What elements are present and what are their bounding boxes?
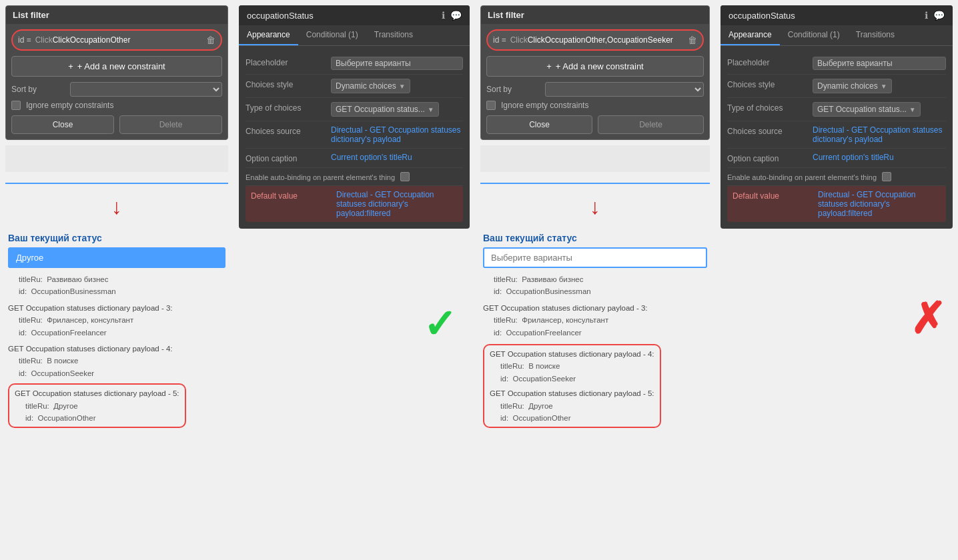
- field-value-choices-style-1[interactable]: Dynamic choices ▼: [331, 79, 410, 93]
- occ-title-1: occupationStatus: [247, 11, 314, 21]
- field-key-choices-source-2: Choices source: [727, 125, 807, 136]
- arrow-down-2: ↓: [480, 195, 710, 219]
- constraint-row-2: id = ClickClickOccupationOther,Occupatio…: [486, 29, 704, 51]
- constraint-delete-1[interactable]: 🗑: [206, 35, 215, 45]
- info-icon-1[interactable]: ℹ: [442, 10, 445, 21]
- oval-entry-2: GET Occupation statuses dictionary paylo…: [483, 344, 661, 428]
- default-value-row-2: Default value Directual - GET Occupation…: [727, 186, 946, 222]
- field-value-placeholder-2: Выберите варианты: [813, 57, 946, 70]
- close-btn-1[interactable]: Close: [11, 115, 114, 134]
- field-value-placeholder-1: Выберите варианты: [331, 57, 463, 70]
- tab-transitions-2[interactable]: Transitions: [848, 25, 903, 45]
- info-icon-2[interactable]: ℹ: [925, 10, 928, 21]
- list-filter-title-2: List filter: [481, 6, 709, 24]
- field-value-default-value-2[interactable]: Directual - GET Occupation statuses dict…: [818, 190, 941, 218]
- tabs-2: Appearance Conditional (1) Transitions: [721, 25, 953, 46]
- divider-2: [480, 183, 710, 184]
- field-value-option-caption-1[interactable]: Current option's titleRu: [331, 153, 463, 162]
- constraint-value-2: ClickClickOccupationOther,OccupationSeek…: [510, 35, 673, 45]
- occ-header-icons-2: ℹ 💬: [925, 10, 945, 21]
- tab-conditional-1[interactable]: Conditional (1): [298, 25, 366, 45]
- field-key-option-caption-1: Option caption: [246, 153, 326, 163]
- tab-conditional-2[interactable]: Conditional (1): [780, 25, 848, 45]
- auto-bind-checkbox-1[interactable]: [400, 172, 410, 181]
- field-value-option-caption-2[interactable]: Current option's titleRu: [813, 153, 946, 162]
- ignore-checkbox-2[interactable]: [486, 101, 496, 110]
- tabs-1: Appearance Conditional (1) Transitions: [239, 25, 470, 46]
- divider-1: [5, 183, 228, 184]
- ignore-label-1: Ignore empty constraints: [26, 101, 113, 110]
- occ-panel-1: occupationStatus ℹ 💬 Appearance Conditio…: [239, 5, 470, 229]
- comment-icon-2[interactable]: 💬: [933, 10, 945, 21]
- list-item: titleRu: Развиваю бизнес id: OccupationB…: [8, 273, 225, 298]
- field-key-option-caption-2: Option caption: [727, 153, 807, 163]
- delete-btn-2[interactable]: Delete: [598, 115, 704, 134]
- sort-by-select-1[interactable]: [70, 82, 222, 97]
- field-key-choices-style-1: Choices style: [246, 79, 326, 89]
- field-value-choices-style-2[interactable]: Dynamic choices ▼: [813, 79, 892, 93]
- field-key-default-value-2: Default value: [733, 190, 813, 201]
- caret-icon-4: ▼: [909, 106, 916, 113]
- list-filter-title-1: List filter: [6, 6, 227, 24]
- list-item: GET Occupation statuses dictionary paylo…: [8, 343, 225, 379]
- constraint-label-2: id =: [493, 35, 506, 45]
- field-value-choices-source-2[interactable]: Directual - GET Occupation statuses dict…: [813, 125, 946, 144]
- field-key-auto-bind-1: Enable auto-binding on parent element's …: [246, 172, 395, 181]
- field-value-type-choices-2[interactable]: GET Occupation status... ▼: [813, 102, 921, 117]
- constraint-value-1: ClickClickOccupationOther: [35, 35, 131, 45]
- cross-icon: ✗: [721, 294, 953, 343]
- oval-entry-1: GET Occupation statuses dictionary paylo…: [8, 383, 186, 428]
- checkmark-icon: ✓: [239, 301, 470, 347]
- ignore-checkbox-1[interactable]: [11, 101, 21, 110]
- grid-area-1: [5, 145, 228, 172]
- tab-appearance-2[interactable]: Appearance: [721, 25, 780, 45]
- delete-btn-1[interactable]: Delete: [119, 115, 222, 134]
- caret-icon-1: ▼: [399, 83, 406, 90]
- field-value-type-choices-1[interactable]: GET Occupation status... ▼: [331, 102, 439, 117]
- list-item: GET Occupation statuses dictionary paylo…: [8, 302, 225, 339]
- comment-icon-1[interactable]: 💬: [450, 10, 462, 21]
- arrow-down-1: ↓: [5, 195, 228, 219]
- plus-icon-2: +: [546, 61, 552, 71]
- sort-by-label-2: Sort by: [486, 85, 540, 94]
- bottom-section-2: Ваш текущий статус titleRu: Развиваю биз…: [480, 227, 710, 433]
- list-filter-panel-2: List filter id = ClickClickOccupationOth…: [480, 5, 710, 140]
- grid-area-2: [480, 145, 710, 172]
- data-list-2: titleRu: Развиваю бизнес id: OccupationB…: [483, 273, 707, 428]
- constraint-row-1: id = ClickClickOccupationOther 🗑: [11, 29, 222, 51]
- add-constraint-btn-1[interactable]: + + Add a new constraint: [11, 56, 222, 77]
- list-filter-panel-1: List filter id = ClickClickOccupationOth…: [5, 5, 228, 140]
- constraint-label-1: id =: [18, 35, 31, 45]
- bottom-section-1: Ваш текущий статус Другое titleRu: Разви…: [5, 227, 228, 433]
- add-constraint-btn-2[interactable]: + + Add a new constraint: [486, 56, 704, 77]
- auto-bind-checkbox-2[interactable]: [882, 172, 891, 181]
- sort-by-label-1: Sort by: [11, 85, 65, 94]
- field-key-default-value-1: Default value: [251, 190, 331, 201]
- field-key-type-choices-1: Type of choices: [246, 102, 326, 113]
- occ-panel-2: occupationStatus ℹ 💬 Appearance Conditio…: [721, 5, 953, 229]
- status-label-2: Ваш текущий статус: [483, 233, 707, 243]
- field-key-placeholder-2: Placeholder: [727, 57, 807, 67]
- sort-by-select-2[interactable]: [545, 82, 704, 97]
- status-input-2[interactable]: [483, 247, 707, 268]
- status-label-1: Ваш текущий статус: [8, 233, 225, 243]
- ignore-label-2: Ignore empty constraints: [501, 101, 588, 110]
- tab-transitions-1[interactable]: Transitions: [366, 25, 421, 45]
- data-list-1: titleRu: Развиваю бизнес id: OccupationB…: [8, 273, 225, 428]
- field-value-default-value-1[interactable]: Directual - GET Occupation statuses dict…: [336, 190, 458, 218]
- list-item: GET Occupation statuses dictionary paylo…: [483, 302, 707, 339]
- tab-appearance-1[interactable]: Appearance: [239, 25, 298, 45]
- occ-title-2: occupationStatus: [729, 11, 795, 21]
- field-key-type-choices-2: Type of choices: [727, 102, 807, 113]
- field-key-choices-style-2: Choices style: [727, 79, 807, 89]
- field-key-auto-bind-2: Enable auto-binding on parent element's …: [727, 172, 877, 181]
- close-btn-2[interactable]: Close: [486, 115, 592, 134]
- field-value-choices-source-1[interactable]: Directual - GET Occupation statuses dict…: [331, 125, 463, 144]
- status-input-selected-1[interactable]: Другое: [8, 247, 225, 268]
- occ-header-icons-1: ℹ 💬: [442, 10, 462, 21]
- constraint-delete-2[interactable]: 🗑: [688, 35, 697, 45]
- field-key-placeholder-1: Placeholder: [246, 57, 326, 67]
- caret-icon-3: ▼: [881, 83, 887, 90]
- plus-icon-1: +: [68, 61, 73, 71]
- default-value-row-1: Default value Directual - GET Occupation…: [246, 186, 463, 222]
